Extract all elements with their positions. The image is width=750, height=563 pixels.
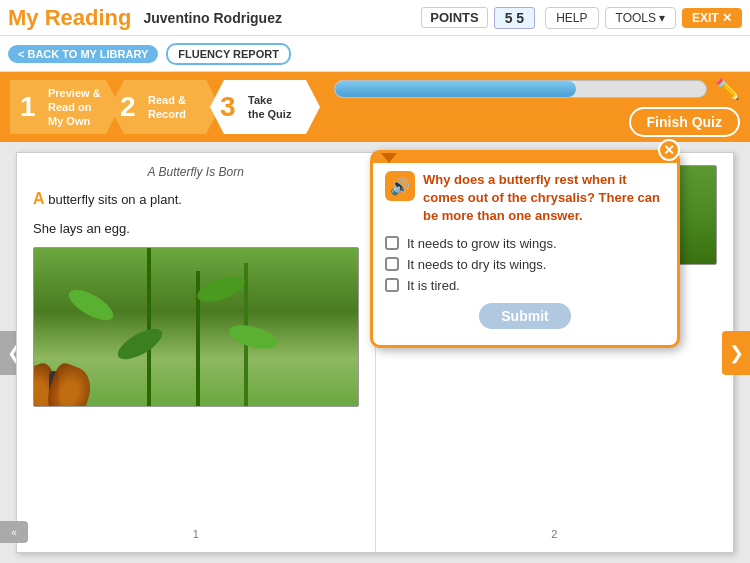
quiz-option-1-label: It needs to grow its wings. bbox=[407, 236, 557, 251]
first-letter: A bbox=[33, 190, 45, 207]
step-1-text: Preview &Read onMy Own bbox=[48, 86, 101, 129]
step-1-num: 1 bbox=[20, 91, 42, 123]
pencil-decoration-icon: ✏️ bbox=[715, 77, 740, 101]
quiz-close-button[interactable]: ✕ bbox=[658, 139, 680, 161]
quiz-body: 🔊 Why does a butterfly rest when it come… bbox=[373, 163, 677, 345]
quiz-option-2: It needs to dry its wings. bbox=[385, 257, 665, 272]
page-num-left: 1 bbox=[33, 524, 359, 540]
page-text-2: She lays an egg. bbox=[33, 219, 359, 239]
step-3-text: Takethe Quiz bbox=[248, 93, 291, 122]
exit-label: EXIT bbox=[692, 11, 719, 25]
progress-bar bbox=[334, 80, 707, 98]
quiz-popup-header: ✕ bbox=[373, 153, 677, 163]
quiz-checkbox-1[interactable] bbox=[385, 236, 399, 250]
fluency-report-button[interactable]: FLUENCY REPORT bbox=[166, 43, 291, 65]
next-page-button[interactable]: ❯ bbox=[722, 331, 750, 375]
quiz-submit-button[interactable]: Submit bbox=[479, 303, 570, 329]
speaker-icon: 🔊 bbox=[390, 177, 410, 196]
butterfly-image bbox=[33, 247, 359, 407]
back-to-library-button[interactable]: < BACK TO MY LIBRARY bbox=[8, 45, 158, 63]
user-name: Juventino Rodriguez bbox=[143, 10, 421, 26]
progress-area: ✏️ Finish Quiz bbox=[334, 77, 740, 137]
quiz-popup: ✕ 🔊 Why does a butterfly rest when it co… bbox=[370, 150, 680, 348]
quiz-checkbox-2[interactable] bbox=[385, 257, 399, 271]
step-2-text: Read &Record bbox=[148, 93, 186, 122]
points-label: POINTS bbox=[421, 7, 487, 28]
points-value: 5 5 bbox=[494, 7, 535, 29]
app-title: My Reading bbox=[8, 5, 131, 31]
tools-label: TOOLS bbox=[616, 11, 656, 25]
help-button[interactable]: HELP bbox=[545, 7, 598, 29]
step-3-num: 3 bbox=[220, 91, 242, 123]
quiz-option-1: It needs to grow its wings. bbox=[385, 236, 665, 251]
quiz-popup-triangle bbox=[381, 153, 397, 163]
page-num-right: 2 bbox=[392, 524, 718, 540]
quiz-question: Why does a butterfly rest when it comes … bbox=[423, 171, 665, 226]
progress-bar-fill bbox=[335, 81, 576, 97]
step-1: 1 Preview &Read onMy Own bbox=[10, 80, 120, 134]
page-text-1: A butterfly sits on a plant. bbox=[33, 187, 359, 211]
skip-icon: « bbox=[11, 527, 17, 538]
exit-button[interactable]: EXIT ✕ bbox=[682, 8, 742, 28]
header-buttons: HELP TOOLS ▾ EXIT ✕ bbox=[545, 7, 742, 29]
quiz-audio-button[interactable]: 🔊 bbox=[385, 171, 415, 201]
close-icon: ✕ bbox=[722, 11, 732, 25]
main-content: ❮ A Butterfly Is Born A butterfly sits o… bbox=[0, 142, 750, 563]
header: My Reading Juventino Rodriguez POINTS 5 … bbox=[0, 0, 750, 36]
steps-bar: 1 Preview &Read onMy Own 2 Read &Record … bbox=[0, 72, 750, 142]
quiz-checkbox-3[interactable] bbox=[385, 278, 399, 292]
points-area: POINTS 5 5 bbox=[421, 7, 535, 29]
quiz-option-3-label: It is tired. bbox=[407, 278, 460, 293]
tools-button[interactable]: TOOLS ▾ bbox=[605, 7, 676, 29]
step-3: 3 Takethe Quiz bbox=[210, 80, 320, 134]
right-arrow-icon: ❯ bbox=[729, 342, 744, 364]
quiz-option-3: It is tired. bbox=[385, 278, 665, 293]
skip-button[interactable]: « bbox=[0, 521, 28, 543]
navbar: < BACK TO MY LIBRARY FLUENCY REPORT bbox=[0, 36, 750, 72]
page-title: A Butterfly Is Born bbox=[33, 165, 359, 179]
step-2-num: 2 bbox=[120, 91, 142, 123]
page-left: A Butterfly Is Born A butterfly sits on … bbox=[17, 153, 376, 552]
step-2: 2 Read &Record bbox=[110, 80, 220, 134]
finish-quiz-button[interactable]: Finish Quiz bbox=[629, 107, 740, 137]
chevron-down-icon: ▾ bbox=[659, 11, 665, 25]
quiz-option-2-label: It needs to dry its wings. bbox=[407, 257, 546, 272]
